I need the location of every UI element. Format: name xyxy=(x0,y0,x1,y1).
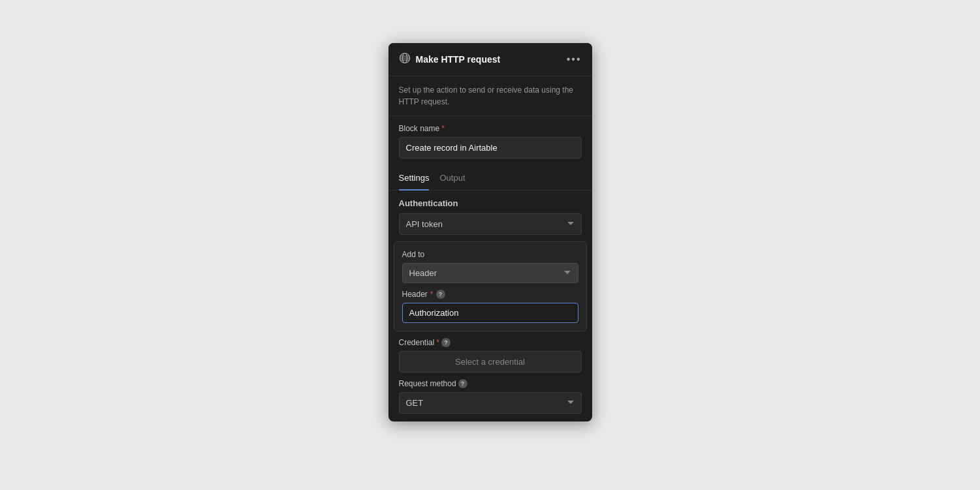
request-method-section: Request method ? GET POST PUT DELETE PAT… xyxy=(388,379,592,421)
more-options-icon[interactable]: ••• xyxy=(567,54,582,65)
add-to-select[interactable]: Header Query Body xyxy=(402,263,578,283)
header-required: * xyxy=(430,290,434,299)
required-indicator: * xyxy=(441,124,445,133)
http-request-panel: Make HTTP request ••• Set up the action … xyxy=(388,43,592,421)
panel-description: Set up the action to send or receive dat… xyxy=(388,76,592,116)
panel-title: Make HTTP request xyxy=(416,54,501,65)
api-token-config-panel: Add to Header Query Body Header * ? xyxy=(394,241,587,331)
tab-settings[interactable]: Settings xyxy=(399,166,430,191)
authentication-select[interactable]: API token Basic auth OAuth2 None xyxy=(399,213,582,235)
globe-icon xyxy=(399,52,411,67)
authentication-label: Authentication xyxy=(388,191,592,213)
add-to-label: Add to xyxy=(402,250,578,259)
request-method-label: Request method ? xyxy=(399,379,582,388)
panel-header-left: Make HTTP request xyxy=(399,52,501,67)
panel-header: Make HTTP request ••• xyxy=(388,43,592,76)
credential-section: Credential * ? Select a credential xyxy=(388,338,592,379)
header-value-input[interactable] xyxy=(402,303,578,323)
request-method-help-icon[interactable]: ? xyxy=(458,379,467,388)
block-name-input[interactable] xyxy=(399,137,582,159)
block-name-label: Block name * xyxy=(399,124,582,133)
select-credential-button[interactable]: Select a credential xyxy=(399,351,582,373)
header-help-icon[interactable]: ? xyxy=(436,290,445,299)
credential-help-icon[interactable]: ? xyxy=(441,338,450,347)
block-name-section: Block name * xyxy=(388,116,592,166)
header-field-label: Header * ? xyxy=(402,290,578,299)
tab-output[interactable]: Output xyxy=(439,166,465,191)
tabs-row: Settings Output xyxy=(388,166,592,191)
credential-label: Credential * ? xyxy=(399,338,582,347)
credential-required: * xyxy=(436,338,439,347)
request-method-select[interactable]: GET POST PUT DELETE PATCH xyxy=(399,392,582,414)
